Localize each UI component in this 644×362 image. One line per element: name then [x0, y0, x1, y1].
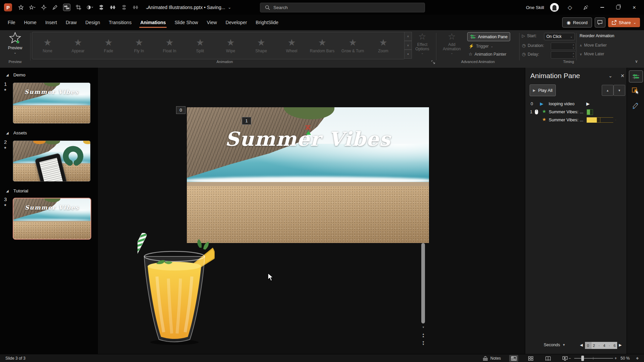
animation-pane-qat-icon[interactable]: [63, 4, 70, 11]
section-collapse-icon[interactable]: ◢: [6, 131, 9, 135]
tab-animations[interactable]: Animations: [136, 16, 170, 29]
view-buttons: [509, 354, 570, 362]
star-pencil-icon[interactable]: [17, 4, 24, 11]
timeline-bar-repeat-arrow[interactable]: [600, 117, 616, 123]
animation-row-emphasis[interactable]: ★ Summer Vibes: ...: [525, 116, 627, 124]
designer-diamond-icon[interactable]: ◇: [565, 2, 575, 12]
animation-row-video[interactable]: 0 ▶ looping video ▶: [525, 100, 627, 108]
align-objects-icon[interactable]: [98, 4, 105, 11]
user-name[interactable]: One Skill: [526, 5, 544, 10]
seconds-dropdown[interactable]: Seconds ▼: [544, 343, 566, 347]
tab-home[interactable]: Home: [20, 16, 41, 29]
reorder-down-button[interactable]: ▼: [613, 85, 625, 96]
slide-1-number: 1: [4, 81, 7, 87]
previous-slide-button[interactable]: ▴▴: [421, 333, 426, 338]
comment-icon: [597, 20, 602, 25]
timeline-bar-yellow[interactable]: [587, 117, 597, 123]
tab-draw[interactable]: Draw: [61, 16, 81, 29]
tab-design[interactable]: Design: [81, 16, 105, 29]
zoom-in-button[interactable]: +: [614, 354, 617, 362]
record-button[interactable]: ◉ Record: [562, 17, 592, 27]
timeline-scale[interactable]: 0 2 · 4 · 6: [585, 342, 617, 349]
tab-developer[interactable]: Developer: [221, 16, 252, 29]
trigger-button: ⚡ Trigger ⌄: [469, 44, 493, 49]
position-icon[interactable]: [40, 4, 47, 11]
start-dropdown[interactable]: On Click ⌄: [544, 33, 575, 40]
section-demo[interactable]: ◢ Demo: [6, 72, 25, 77]
minimize-button[interactable]: [597, 2, 607, 12]
fit-to-window-button[interactable]: ⌖: [636, 354, 639, 362]
format-pane-tab[interactable]: [629, 100, 642, 111]
animation-pane-tab[interactable]: [629, 70, 643, 82]
contrast-icon[interactable]: [87, 4, 93, 11]
section-assets[interactable]: ◢ Assets: [6, 130, 27, 135]
tab-insert[interactable]: Insert: [41, 16, 61, 29]
juice-glass-graphic[interactable]: [138, 233, 215, 345]
search-bar[interactable]: Search: [260, 3, 425, 12]
document-title[interactable]: Animated Illustrations.pptx • Saving... …: [148, 0, 231, 15]
slide-title-text: Summer Vibes: [13, 204, 91, 211]
distribute-icon[interactable]: [109, 4, 116, 11]
slide-1-thumbnail[interactable]: Summer Vibes: [13, 82, 91, 124]
zoom-level[interactable]: 50 %: [621, 354, 630, 362]
selection-pane-tab[interactable]: [629, 85, 642, 97]
title-dropdown-icon[interactable]: ⌄: [228, 5, 231, 10]
tab-slide-show[interactable]: Slide Show: [170, 16, 202, 29]
whats-new-icon[interactable]: [581, 2, 591, 12]
rotate-handle-icon[interactable]: [306, 131, 311, 135]
timeline-bar-segment[interactable]: [597, 117, 600, 123]
timeline-bar-green[interactable]: [587, 109, 593, 115]
animation-row-entrance[interactable]: 1 ★ Summer Vibes: ...: [525, 108, 627, 116]
slide-3-thumbnail-selected[interactable]: Summer Vibes: [13, 198, 91, 240]
preview-button[interactable]: Preview ⌄: [3, 32, 27, 54]
distribute-disabled-icon: [132, 4, 139, 11]
animation-pane-button[interactable]: Animation Pane: [467, 32, 510, 41]
timeline-scroll-left[interactable]: ◀: [580, 343, 583, 347]
avatar[interactable]: [550, 3, 559, 12]
section-collapse-icon[interactable]: ◢: [6, 189, 9, 193]
slideshow-button[interactable]: [560, 355, 570, 362]
timeline-scroll-right[interactable]: ▶: [619, 343, 622, 347]
pane-close-icon[interactable]: ✕: [621, 73, 625, 78]
tab-view[interactable]: View: [202, 16, 221, 29]
restore-button[interactable]: [613, 2, 623, 12]
tab-transitions[interactable]: Transitions: [104, 16, 136, 29]
reading-view-button[interactable]: [543, 355, 552, 362]
pen-icon[interactable]: [52, 4, 58, 11]
pane-collapse-icon[interactable]: ⌄: [608, 73, 612, 78]
zoom-slider-thumb[interactable]: [581, 356, 584, 361]
powerpoint-logo[interactable]: P: [4, 3, 12, 11]
comments-button[interactable]: [595, 17, 605, 27]
timeline-marker-icon: ▶: [586, 101, 590, 106]
zoom-slider-track[interactable]: [574, 358, 613, 359]
scroll-down-icon[interactable]: ▾: [421, 326, 426, 329]
crop-icon[interactable]: [75, 4, 82, 11]
star-dropdown-icon[interactable]: [29, 4, 36, 11]
tab-brightslide[interactable]: BrightSlide: [251, 16, 283, 29]
slide-sorter-button[interactable]: [526, 355, 535, 362]
section-collapse-icon[interactable]: ◢: [6, 73, 9, 77]
document-title-text: Animated Illustrations.pptx • Saving...: [148, 5, 225, 10]
animation-star-icon: ★: [135, 38, 143, 47]
slide-canvas[interactable]: Summer Vibes 0 1: [98, 68, 525, 354]
play-all-button[interactable]: ▶ Play All: [530, 84, 556, 96]
next-slide-button[interactable]: ▾▾: [421, 341, 426, 346]
collapse-ribbon-icon[interactable]: ∨: [635, 59, 638, 64]
video-play-icon: ▶: [540, 101, 543, 106]
share-button[interactable]: Share ⌄: [608, 18, 640, 27]
animation-order-badge-0[interactable]: 0: [176, 106, 185, 114]
reorder-up-button[interactable]: ▲: [602, 85, 613, 96]
dialog-launcher-icon[interactable]: [431, 60, 435, 64]
preview-dropdown-icon[interactable]: ⌄: [14, 51, 16, 54]
animation-pane-icon: [470, 35, 476, 39]
zoom-out-button[interactable]: −: [569, 354, 571, 362]
notes-button[interactable]: Notes: [482, 354, 501, 362]
vertical-scrollbar[interactable]: [421, 243, 425, 323]
share-dropdown-icon[interactable]: ⌄: [633, 20, 636, 25]
animation-order-badge-1[interactable]: 1: [242, 117, 251, 125]
normal-view-button[interactable]: [509, 355, 518, 362]
slide-2-thumbnail[interactable]: [13, 140, 91, 182]
tab-file[interactable]: File: [3, 16, 20, 29]
section-tutorial[interactable]: ◢ Tutorial: [6, 188, 28, 193]
close-button[interactable]: ✕: [629, 2, 639, 12]
